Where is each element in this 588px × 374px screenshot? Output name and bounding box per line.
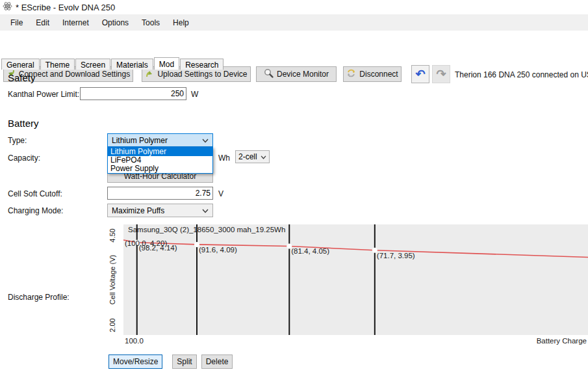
refresh-arrows-icon: [346, 68, 356, 80]
tab-screen[interactable]: Screen: [75, 59, 110, 70]
chart-point-label: (81.4, 4.05): [291, 247, 329, 255]
menu-file[interactable]: File: [4, 16, 29, 30]
disconnect-label: Disconnect: [359, 70, 398, 79]
cell-count-value: 2-cell: [238, 152, 257, 161]
cell-soft-cutoff-label: Cell Soft Cutoff:: [8, 189, 62, 198]
discharge-profile-label: Discharge Profile:: [8, 293, 70, 302]
titlebar: * EScribe - Evolv DNA 250: [0, 0, 588, 14]
chart-plot-area: [123, 224, 588, 335]
battery-heading: Battery: [8, 118, 39, 129]
kanthal-unit-label: W: [191, 90, 198, 99]
escribe-window: * EScribe - Evolv DNA 250 FileEditIntern…: [0, 0, 588, 374]
capacity-label: Capacity:: [8, 154, 40, 163]
cutoff-unit-label: V: [218, 189, 224, 198]
device-monitor-label: Device Monitor: [277, 70, 329, 79]
x-axis-tick-left: 100.0: [125, 337, 144, 345]
move-resize-button[interactable]: Move/Resize: [109, 354, 162, 369]
charging-mode-combobox[interactable]: Maximize Puffs: [107, 204, 213, 217]
x-axis-label: Battery Charge: [537, 337, 587, 345]
y-axis-label: Cell Voltage (V): [109, 255, 116, 304]
chart-point-label: (71.7, 3.95): [377, 252, 415, 260]
battery-type-label: Type:: [8, 136, 27, 145]
menu-options[interactable]: Options: [96, 16, 135, 30]
menu-help[interactable]: Help: [166, 16, 196, 30]
split-button[interactable]: Split: [172, 354, 196, 369]
tab-theme[interactable]: Theme: [40, 59, 75, 70]
menu-edit[interactable]: Edit: [29, 16, 56, 30]
chart-title: Samsung_30Q (2)_18650_3000 mah_19.25Wh: [128, 226, 285, 234]
battery-type-combobox[interactable]: Lithium Polymer: [107, 133, 213, 147]
capacity-unit-label: Wh: [218, 154, 230, 163]
window-title: * EScribe - Evolv DNA 250: [16, 3, 115, 12]
battery-type-dropdown-list: Lithium PolymerLiFePO4Power Supply: [107, 147, 213, 174]
tabstrip: GeneralThemeScreenMaterialsModResearch: [1, 57, 588, 70]
safety-heading: Safety: [8, 72, 36, 83]
delete-button[interactable]: Delete: [201, 354, 233, 369]
battery-type-value: Lithium Polymer: [112, 136, 168, 145]
app-atom-icon: [3, 1, 12, 13]
charging-mode-value: Maximize Puffs: [112, 206, 164, 215]
profile-buttons: Move/ResizeSplitDelete: [109, 354, 233, 369]
tab-mod[interactable]: Mod: [154, 57, 179, 70]
tab-research[interactable]: Research: [180, 59, 224, 70]
upload-arrow-icon: [145, 69, 154, 80]
chevron-down-icon: [202, 136, 209, 145]
undo-icon: ↶: [415, 68, 425, 80]
chart-point-label: (91.6, 4.09): [199, 246, 237, 254]
toolbar: Connect and Download Settings Upload Set…: [0, 31, 588, 59]
redo-icon: ↷: [436, 68, 446, 80]
kanthal-power-limit-label: Kanthal Power Limit:: [8, 90, 79, 99]
upload-settings-label: Upload Settings to Device: [157, 70, 247, 79]
cell-count-combobox[interactable]: 2-cell: [235, 150, 270, 163]
chart-point-label: (98.2, 4.14): [139, 244, 177, 252]
discharge-profile-chart[interactable]: (100.0, 4.20)(98.2, 4.14)(91.6, 4.09)(81…: [104, 221, 588, 348]
menu-internet[interactable]: Internet: [56, 16, 96, 30]
chevron-down-icon: [261, 152, 266, 161]
y-axis-tick-top: 4.50: [109, 228, 116, 242]
dropdown-option-power-supply[interactable]: Power Supply: [108, 165, 212, 173]
menubar: FileEditInternetOptionsToolsHelp: [0, 14, 588, 31]
tab-materials[interactable]: Materials: [111, 59, 153, 70]
connection-status: Therion 166 DNA 250 connected on USB.: [455, 70, 588, 79]
tab-general[interactable]: General: [1, 59, 40, 70]
charging-mode-label: Charging Mode:: [8, 206, 63, 215]
y-axis-tick-bottom: 2.00: [109, 318, 116, 332]
kanthal-power-limit-input[interactable]: [80, 87, 186, 100]
chevron-down-icon: [202, 206, 209, 215]
menu-tools[interactable]: Tools: [135, 16, 166, 30]
cell-soft-cutoff-input[interactable]: [107, 187, 213, 200]
magnifier-icon: [264, 68, 274, 80]
